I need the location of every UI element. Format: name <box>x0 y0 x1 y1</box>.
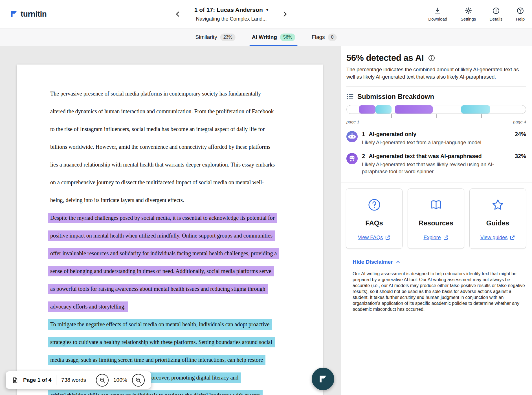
gear-icon <box>465 7 472 15</box>
document-line: offer invaluable resources and solidarit… <box>50 245 323 262</box>
tab-similarity[interactable]: Similarity 23% <box>195 28 236 46</box>
submission-title: Navigating the Complex Land... <box>194 16 269 22</box>
tab-flags[interactable]: Flags 0 <box>312 28 337 46</box>
submission-selector[interactable]: 1 of 17: Lucas Anderson ▾ <box>194 6 269 13</box>
question-circle-icon <box>368 198 381 211</box>
toolbar-divider <box>56 375 56 385</box>
similarity-badge: 23% <box>220 34 236 41</box>
document-line: advocacy efforts and storytelling. <box>50 298 323 316</box>
list-icon <box>346 93 354 100</box>
highlighted-text-line-purple[interactable]: as powerful tools for raising awareness … <box>48 284 268 294</box>
highlighted-text-line-purple[interactable]: positive impact on mental health when ut… <box>48 230 275 241</box>
breakdown-item-ai-generated: 1 AI-generated only 24% Likely AI-genera… <box>346 131 526 146</box>
page-start-label: page 1 <box>346 119 359 124</box>
tab-ai-writing[interactable]: AI Writing 56% <box>252 28 295 46</box>
document-line: being, delving into its intricate layers… <box>50 191 323 209</box>
hide-disclaimer-toggle[interactable]: Hide Disclaimer <box>353 259 400 265</box>
page-toolbar: Page 1 of 4 738 words 100% <box>6 371 151 389</box>
highlighted-text-line-cyan[interactable]: media usage, such as limiting screen tim… <box>48 355 265 365</box>
document-icon <box>12 377 18 383</box>
page-indicator: Page 1 of 4 <box>23 377 51 383</box>
ai-paraphrase-robot-icon <box>346 153 358 164</box>
breakdown-page-ticks <box>346 114 526 118</box>
turnitin-logo-icon <box>318 374 328 384</box>
document-line: positive impact on mental health when ut… <box>50 227 323 245</box>
page-end-label: page 4 <box>513 119 526 124</box>
settings-button[interactable]: Settings <box>461 7 476 21</box>
ai-detection-headline: 56% detected as AI <box>346 53 424 63</box>
highlighted-text-line-cyan[interactable]: strategies to cultivate a healthy relati… <box>48 337 275 347</box>
view-faqs-link[interactable]: View FAQs <box>358 235 391 241</box>
next-submission-button[interactable] <box>280 9 290 19</box>
page-boundary-tick <box>436 114 437 118</box>
document-text: The pervasive presence of social media p… <box>17 65 323 395</box>
document-page: The pervasive presence of social media p… <box>17 65 323 395</box>
document-line: The pervasive presence of social media p… <box>50 85 323 103</box>
ai-writing-panel: 56% detected as AI The percentage indica… <box>341 46 532 395</box>
document-text-line: to the rise of Instagram influencers, so… <box>48 124 267 134</box>
document-line: billions worldwide. However, amid the co… <box>50 138 323 156</box>
external-link-icon <box>385 235 390 240</box>
magnifier-minus-icon <box>99 377 105 383</box>
details-button[interactable]: Details <box>489 7 502 21</box>
disclaimer-text: Our AI writing assessment is designed to… <box>353 271 526 312</box>
page-boundary-tick <box>391 114 392 118</box>
document-line: media usage, such as limiting screen tim… <box>50 351 323 369</box>
highlighted-text-line-cyan[interactable]: critical thinking skills can empower ind… <box>48 390 263 395</box>
ai-writing-badge: 56% <box>280 34 295 41</box>
submission-breakdown-title: Submission Breakdown <box>357 93 434 101</box>
prev-submission-button[interactable] <box>173 9 183 19</box>
highlighted-text-line-purple[interactable]: advocacy efforts and storytelling. <box>48 301 128 312</box>
page-boundary-tick <box>481 114 482 118</box>
explore-resources-link[interactable]: Explore <box>423 235 448 241</box>
submission-selector-label: 1 of 17: Lucas Anderson <box>194 6 263 13</box>
document-line: to the rise of Instagram influencers, so… <box>50 120 323 138</box>
download-button[interactable]: Download <box>428 7 447 21</box>
highlighted-text-line-purple[interactable]: Despite the myriad challenges posed by s… <box>48 213 277 223</box>
main-area: The pervasive presence of social media p… <box>0 46 532 395</box>
document-text-line: altered the dynamics of human interactio… <box>48 106 276 117</box>
breakdown-bar <box>346 105 526 114</box>
headline-info-button[interactable] <box>428 54 435 62</box>
document-line: on a comprehensive journey to dissect th… <box>50 174 323 191</box>
resources-card: Resources Explore <box>408 188 464 249</box>
zoom-level: 100% <box>113 377 127 383</box>
document-line: lies a nuanced relationship with mental … <box>50 156 323 174</box>
breakdown-bar-segment-cyan <box>375 105 392 114</box>
ai-generated-percentage: 24% <box>515 131 526 137</box>
document-text-line: The pervasive presence of social media p… <box>48 88 263 99</box>
document-line: as powerful tools for raising awareness … <box>50 280 323 298</box>
star-icon <box>491 198 504 211</box>
open-book-icon <box>430 198 443 211</box>
chevron-up-icon <box>396 260 400 264</box>
chevron-right-icon <box>281 10 288 18</box>
external-link-icon <box>510 235 515 240</box>
info-icon <box>492 7 500 15</box>
document-text-line: lies a nuanced relationship with mental … <box>48 159 277 170</box>
chevron-left-icon <box>174 10 182 18</box>
info-icon <box>428 54 435 62</box>
help-button[interactable]: Help <box>516 7 525 21</box>
document-line: altered the dynamics of human interactio… <box>50 103 323 120</box>
document-viewer[interactable]: The pervasive presence of social media p… <box>0 46 341 395</box>
zoom-in-button[interactable] <box>132 374 145 387</box>
panel-divider <box>346 86 526 86</box>
highlighted-text-line-purple[interactable]: offer invaluable resources and solidarit… <box>48 248 279 259</box>
turnitin-fab-button[interactable] <box>312 368 334 390</box>
turnitin-app: turnitin 1 of 17: Lucas Anderson ▾ Navig… <box>0 0 532 395</box>
ai-paraphrased-percentage: 32% <box>515 153 526 159</box>
guides-card: Guides View guides <box>469 188 526 249</box>
submission-info: 1 of 17: Lucas Anderson ▾ Navigating the… <box>194 6 269 22</box>
flags-badge: 0 <box>328 34 337 41</box>
faqs-card: FAQs View FAQs <box>346 188 403 249</box>
highlighted-text-line-purple[interactable]: sense of belonging and understanding in … <box>48 266 274 276</box>
view-guides-link[interactable]: View guides <box>480 235 515 241</box>
zoom-out-button[interactable] <box>96 374 109 387</box>
chevron-down-icon: ▾ <box>266 7 269 12</box>
document-text-line: on a comprehensive journey to dissect th… <box>48 177 267 188</box>
download-icon <box>434 7 441 15</box>
document-line: sense of belonging and understanding in … <box>50 262 323 280</box>
highlighted-text-line-cyan[interactable]: To mitigate the negative effects of soci… <box>48 319 272 330</box>
top-bar: turnitin 1 of 17: Lucas Anderson ▾ Navig… <box>0 0 532 28</box>
top-actions: Download Settings Details Help <box>428 7 525 21</box>
